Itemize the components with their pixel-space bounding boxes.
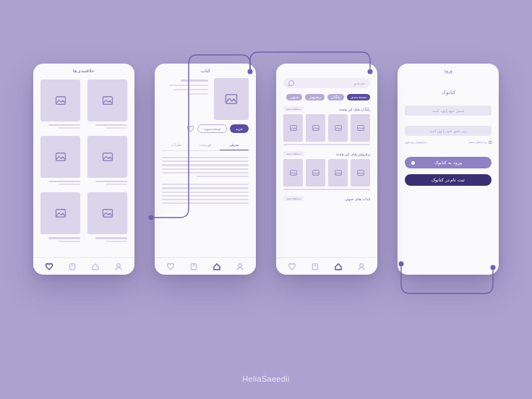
favorite-toggle[interactable] (186, 125, 194, 133)
image-icon (312, 170, 319, 176)
image-icon (290, 125, 297, 131)
image-icon (357, 125, 364, 131)
screen-book-detail: کتاب › خرید نسخه نمونه معرفی فهرست (155, 64, 256, 275)
book-card[interactable] (328, 114, 348, 142)
image-icon (312, 125, 319, 131)
image-icon (335, 125, 342, 131)
screen-favorites: علاقمندی ها (33, 64, 134, 275)
svg-rect-23 (56, 153, 65, 161)
image-icon (357, 170, 364, 176)
screen-browse: جستجو دسته بندی رایگان پرفروش صوتی رایگا… (276, 64, 377, 275)
favorite-card[interactable] (40, 80, 80, 129)
tab-toc[interactable]: فهرست (191, 140, 220, 150)
svg-rect-22 (103, 153, 112, 161)
favorite-card[interactable] (40, 192, 80, 241)
brand-title: کتابوک (405, 90, 492, 95)
buy-button[interactable]: خرید (230, 124, 249, 133)
remember-me-checkbox[interactable]: مرا بخاطر بسپار (468, 140, 492, 144)
signup-button[interactable]: ثبت نام در کتابوک (405, 174, 492, 186)
chip-audio[interactable]: صوتی (286, 94, 302, 100)
favorite-card[interactable] (87, 192, 127, 241)
book-card[interactable] (283, 114, 303, 142)
login-button[interactable]: ورود به کتابوک (405, 157, 492, 168)
tab-home-icon[interactable] (212, 262, 222, 272)
password-field[interactable]: رمز عبور خود را وارد کنید (405, 126, 492, 136)
back-icon[interactable]: › (248, 67, 250, 74)
tab-favorites-icon[interactable] (287, 262, 297, 272)
see-all-link[interactable]: مشاهده همه (283, 196, 304, 201)
search-input[interactable]: جستجو (283, 78, 370, 88)
svg-rect-7 (312, 125, 319, 130)
svg-rect-9 (357, 170, 364, 175)
email-field[interactable]: ایمیل خود را وارد کنید (405, 106, 492, 116)
section-title: رایگان های این هفته (339, 107, 370, 111)
svg-rect-16 (226, 95, 236, 103)
tab-profile-icon[interactable] (113, 262, 124, 272)
forgot-password-link[interactable]: فراموشی رمز عبور (405, 140, 426, 144)
svg-rect-8 (290, 125, 296, 130)
tab-library-icon[interactable] (189, 262, 199, 272)
tab-bar (155, 257, 256, 275)
svg-rect-10 (335, 170, 341, 175)
image-icon (225, 94, 238, 104)
chip-bestseller[interactable]: پرفروش (305, 94, 325, 100)
svg-point-13 (360, 263, 363, 266)
image-icon (102, 209, 113, 218)
svg-rect-25 (56, 210, 65, 218)
image-icon (55, 209, 66, 218)
section-title: کتاب های صوتی (345, 197, 370, 201)
chip-category[interactable]: دسته بندی (347, 94, 370, 100)
svg-rect-24 (103, 210, 112, 218)
flow-dot-icon (411, 161, 415, 165)
svg-rect-11 (312, 170, 319, 175)
book-meta (162, 78, 208, 120)
image-icon (290, 170, 297, 176)
author-credit: HeliaSaeedii (0, 374, 532, 383)
image-icon (102, 153, 113, 161)
tab-home-icon[interactable] (90, 262, 100, 272)
section-title: پرفروش های این هفته (336, 152, 370, 156)
image-icon (102, 96, 113, 105)
tab-home-icon[interactable] (333, 262, 343, 272)
favorites-header: علاقمندی ها (33, 64, 134, 77)
book-card[interactable] (283, 159, 303, 186)
book-card[interactable] (306, 159, 325, 186)
tab-favorites-icon[interactable] (44, 262, 54, 272)
detail-header: کتاب › (155, 64, 256, 77)
svg-rect-12 (290, 170, 296, 175)
tab-library-icon[interactable] (310, 262, 320, 272)
see-all-link[interactable]: مشاهده همه (283, 151, 304, 156)
tab-favorites-icon[interactable] (166, 262, 176, 272)
favorite-card[interactable] (87, 80, 127, 129)
tab-reviews[interactable]: نظرات (162, 140, 191, 150)
favorite-card[interactable] (87, 136, 127, 185)
tab-bar (33, 257, 134, 275)
tab-intro[interactable]: معرفی (220, 140, 249, 150)
browse-header (276, 64, 377, 77)
svg-rect-18 (192, 264, 197, 270)
description-placeholder (162, 157, 249, 204)
detail-tabs: معرفی فهرست نظرات (162, 140, 249, 151)
book-cover (214, 78, 249, 120)
book-card[interactable] (351, 159, 370, 186)
image-icon (335, 170, 342, 176)
favorite-card[interactable] (40, 136, 80, 185)
tab-profile-icon[interactable] (235, 262, 245, 272)
svg-rect-14 (313, 264, 318, 270)
chip-free[interactable]: رایگان (327, 94, 344, 100)
login-header: ورود (398, 64, 499, 77)
image-icon (55, 153, 66, 161)
book-card[interactable] (351, 114, 370, 142)
tab-library-icon[interactable] (67, 262, 77, 272)
book-card[interactable] (306, 114, 325, 142)
svg-rect-6 (335, 125, 341, 130)
svg-rect-20 (103, 97, 112, 105)
tab-profile-icon[interactable] (356, 262, 366, 272)
screen-login: ورود کتابوک ایمیل خود را وارد کنید رمز ع… (398, 64, 499, 275)
book-card[interactable] (328, 159, 348, 186)
svg-rect-27 (70, 264, 75, 270)
category-chips: دسته بندی رایگان پرفروش صوتی (283, 94, 370, 100)
image-icon (55, 96, 66, 105)
see-all-link[interactable]: مشاهده همه (283, 106, 304, 111)
sample-button[interactable]: نسخه نمونه (197, 124, 227, 133)
